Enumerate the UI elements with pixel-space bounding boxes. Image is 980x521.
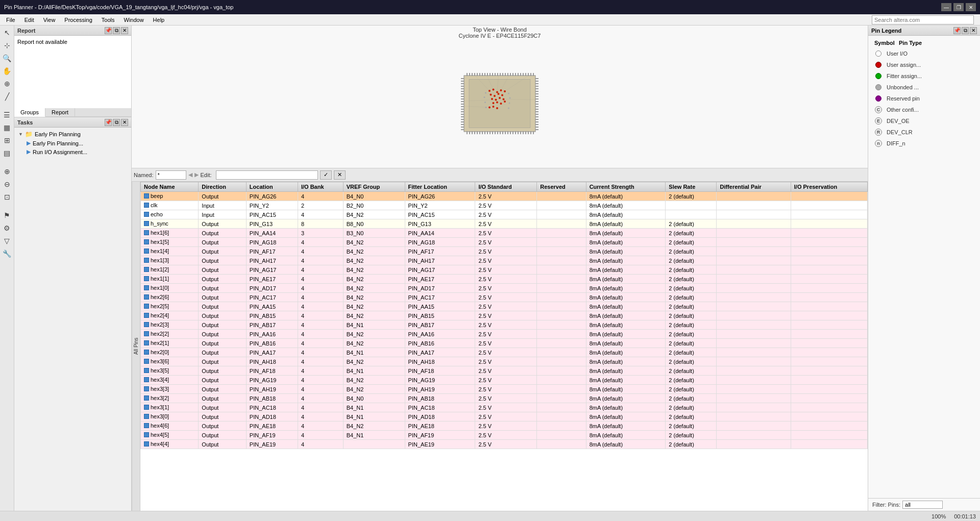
edit-ok-btn[interactable]: ✓ bbox=[320, 170, 332, 180]
table-row[interactable]: hex1[1]OutputPIN_AE174B4_N2PIN_AE172.5 V… bbox=[141, 275, 868, 284]
cell-3: 4 bbox=[298, 366, 343, 376]
table-row[interactable]: hex4[4]OutputPIN_AE194PIN_AE192.5 V8mA (… bbox=[141, 440, 868, 449]
table-row[interactable]: hex4[6]OutputPIN_AE184B4_N2PIN_AE182.5 V… bbox=[141, 421, 868, 431]
table-row[interactable]: hex1[2]OutputPIN_AG174B4_N2PIN_AG172.5 V… bbox=[141, 265, 868, 275]
cell-4: B3_N0 bbox=[343, 229, 405, 238]
sidebar-icon-chip[interactable]: ▦ bbox=[1, 121, 13, 134]
cell-1: Output bbox=[199, 385, 247, 394]
sidebar-icon-filter[interactable]: ▽ bbox=[1, 235, 13, 247]
menu-view[interactable]: View bbox=[39, 16, 60, 24]
table-row[interactable]: hex3[6]OutputPIN_AH184B4_N2PIN_AH182.5 V… bbox=[141, 357, 868, 366]
menu-file[interactable]: File bbox=[2, 16, 19, 24]
sidebar-icon-flag[interactable]: ⚑ bbox=[1, 209, 13, 221]
minimize-button[interactable]: — bbox=[941, 3, 951, 11]
cell-6: 2.5 V bbox=[475, 302, 537, 311]
table-row[interactable]: hex3[2]OutputPIN_AB184B4_N0PIN_AB182.5 V… bbox=[141, 394, 868, 403]
edit-cancel-btn[interactable]: ✕ bbox=[334, 170, 346, 180]
table-row[interactable]: hex2[2]OutputPIN_AA164B4_N2PIN_AA162.5 V… bbox=[141, 330, 868, 339]
table-row[interactable]: hex2[0]OutputPIN_AA174B4_N1PIN_AA172.5 V… bbox=[141, 348, 868, 357]
table-row[interactable]: h_syncOutputPIN_G138B8_N0PIN_G132.5 V8mA… bbox=[141, 219, 868, 229]
table-row[interactable]: hex1[4]OutputPIN_AF174B4_N2PIN_AF172.5 V… bbox=[141, 247, 868, 256]
legend-close-btn[interactable]: ✕ bbox=[970, 27, 977, 34]
sidebar-icon-list[interactable]: ☰ bbox=[1, 109, 13, 121]
cell-2: PIN_AB17 bbox=[246, 320, 298, 330]
table-row[interactable]: hex1[0]OutputPIN_AD174B4_N2PIN_AD172.5 V… bbox=[141, 284, 868, 293]
edit-input[interactable] bbox=[216, 170, 318, 180]
cell-2: PIN_AB16 bbox=[246, 339, 298, 348]
legend-float-btn[interactable]: ⧉ bbox=[962, 27, 969, 34]
cell-10 bbox=[717, 256, 791, 265]
svg-rect-4 bbox=[472, 73, 473, 76]
sidebar-icon-fit[interactable]: ⊡ bbox=[1, 191, 13, 203]
table-row[interactable]: hex2[4]OutputPIN_AB154B4_N2PIN_AB152.5 V… bbox=[141, 311, 868, 320]
sidebar-icon-grid[interactable]: ⊞ bbox=[1, 134, 13, 146]
menu-processing[interactable]: Processing bbox=[60, 16, 96, 24]
cell-11 bbox=[791, 431, 867, 440]
cell-8: 8mA (default) bbox=[586, 440, 666, 449]
tree-folder-early-pin[interactable]: ▼ 📁 Early Pin Planning bbox=[16, 130, 129, 139]
sidebar-icon-cursor[interactable]: ⊹ bbox=[1, 39, 13, 52]
sidebar-icon-line[interactable]: ╱ bbox=[1, 90, 13, 103]
search-input[interactable] bbox=[872, 15, 974, 24]
table-row[interactable]: hex2[1]OutputPIN_AB164B4_N2PIN_AB162.5 V… bbox=[141, 339, 868, 348]
cell-1: Output bbox=[199, 284, 247, 293]
menu-tools[interactable]: Tools bbox=[97, 16, 119, 24]
pin-icon-container: hex1[3] bbox=[144, 257, 169, 263]
restore-button[interactable]: ❐ bbox=[953, 3, 964, 11]
table-row[interactable]: clkInputPIN_Y22B2_N0PIN_Y22.5 V8mA (defa… bbox=[141, 201, 868, 210]
legend-pin-btn[interactable]: 📌 bbox=[953, 27, 961, 34]
table-row[interactable]: hex2[5]OutputPIN_AA154B4_N2PIN_AA152.5 V… bbox=[141, 302, 868, 311]
cell-6: 2.5 V bbox=[475, 348, 537, 357]
tasks-close-btn[interactable]: ✕ bbox=[121, 119, 128, 126]
cell-10 bbox=[717, 330, 791, 339]
pin-table-area[interactable]: Node Name Direction Location I/O Bank VR… bbox=[140, 182, 868, 511]
sidebar-icon-magnify[interactable]: 🔍 bbox=[1, 52, 13, 64]
table-row[interactable]: hex3[4]OutputPIN_AG194B4_N2PIN_AG192.5 V… bbox=[141, 376, 868, 385]
table-row[interactable]: hex3[3]OutputPIN_AH194B4_N2PIN_AH192.5 V… bbox=[141, 385, 868, 394]
svg-rect-38 bbox=[489, 131, 491, 134]
menu-edit[interactable]: Edit bbox=[20, 16, 38, 24]
report-float-btn[interactable]: ⧉ bbox=[113, 27, 120, 34]
svg-rect-75 bbox=[461, 127, 464, 128]
sidebar-icon-wrench[interactable]: 🔧 bbox=[1, 247, 13, 260]
sidebar-icon-plus[interactable]: ⊕ bbox=[1, 78, 13, 90]
sidebar-icon-table[interactable]: ▤ bbox=[1, 147, 13, 159]
legend-col-symbol-header: Symbol bbox=[874, 40, 895, 46]
named-input[interactable] bbox=[156, 170, 186, 180]
table-row[interactable]: hex2[6]OutputPIN_AC174B4_N2PIN_AC172.5 V… bbox=[141, 293, 868, 302]
tree-item-run-io[interactable]: ▶ Run I/O Assignment... bbox=[16, 147, 129, 156]
table-row[interactable]: hex1[3]OutputPIN_AH174B4_N2PIN_AH172.5 V… bbox=[141, 256, 868, 265]
report-close-btn[interactable]: ✕ bbox=[121, 27, 128, 34]
sidebar-icon-arrow[interactable]: ↖ bbox=[1, 27, 13, 39]
filter-dropdown[interactable]: all unassigned assigned bbox=[902, 501, 943, 509]
tab-report[interactable]: Report bbox=[45, 108, 75, 116]
tasks-pin-btn[interactable]: 📌 bbox=[105, 119, 112, 126]
table-row[interactable]: beepOutputPIN_AG264B4_N0PIN_AG262.5 V8mA… bbox=[141, 192, 868, 201]
cell-5: PIN_AH19 bbox=[405, 385, 475, 394]
table-row[interactable]: hex3[5]OutputPIN_AF184B4_N1PIN_AF182.5 V… bbox=[141, 366, 868, 376]
cell-1: Output bbox=[199, 229, 247, 238]
svg-point-106 bbox=[501, 94, 503, 96]
sidebar-icon-zoomin[interactable]: ⊕ bbox=[1, 165, 13, 178]
sidebar-icon-hand[interactable]: ✋ bbox=[1, 65, 13, 77]
close-button[interactable]: ✕ bbox=[966, 3, 976, 11]
menu-window[interactable]: Window bbox=[119, 16, 148, 24]
tab-groups[interactable]: Groups bbox=[14, 108, 45, 117]
table-row[interactable]: hex3[0]OutputPIN_AD184B4_N1PIN_AD182.5 V… bbox=[141, 412, 868, 421]
tasks-panel-title: Tasks bbox=[17, 119, 33, 126]
sidebar-icon-settings[interactable]: ⚙ bbox=[1, 222, 13, 234]
col-preservation: I/O Preservation bbox=[791, 182, 867, 192]
menu-help[interactable]: Help bbox=[149, 16, 169, 24]
report-not-available: Report not available bbox=[17, 39, 67, 45]
table-row[interactable]: hex4[5]OutputPIN_AF194B4_N1PIN_AF192.5 V… bbox=[141, 431, 868, 440]
table-row[interactable]: echoInputPIN_AC154B4_N2PIN_AC152.5 V8mA … bbox=[141, 210, 868, 219]
table-row[interactable]: hex1[5]OutputPIN_AG184B4_N2PIN_AG182.5 V… bbox=[141, 238, 868, 247]
tasks-float-btn[interactable]: ⧉ bbox=[113, 119, 120, 126]
table-row[interactable]: hex3[1]OutputPIN_AC184B4_N1PIN_AC182.5 V… bbox=[141, 403, 868, 412]
tree-item-early-pin-planning[interactable]: ▶ Early Pin Planning... bbox=[16, 139, 129, 147]
report-pin-btn[interactable]: 📌 bbox=[105, 27, 112, 34]
table-row[interactable]: hex1[6]OutputPIN_AA143B3_N0PIN_AA142.5 V… bbox=[141, 229, 868, 238]
table-row[interactable]: hex2[3]OutputPIN_AB174B4_N1PIN_AB172.5 V… bbox=[141, 320, 868, 330]
cell-8: 8mA (default) bbox=[586, 376, 666, 385]
sidebar-icon-zoomout[interactable]: ⊖ bbox=[1, 178, 13, 190]
